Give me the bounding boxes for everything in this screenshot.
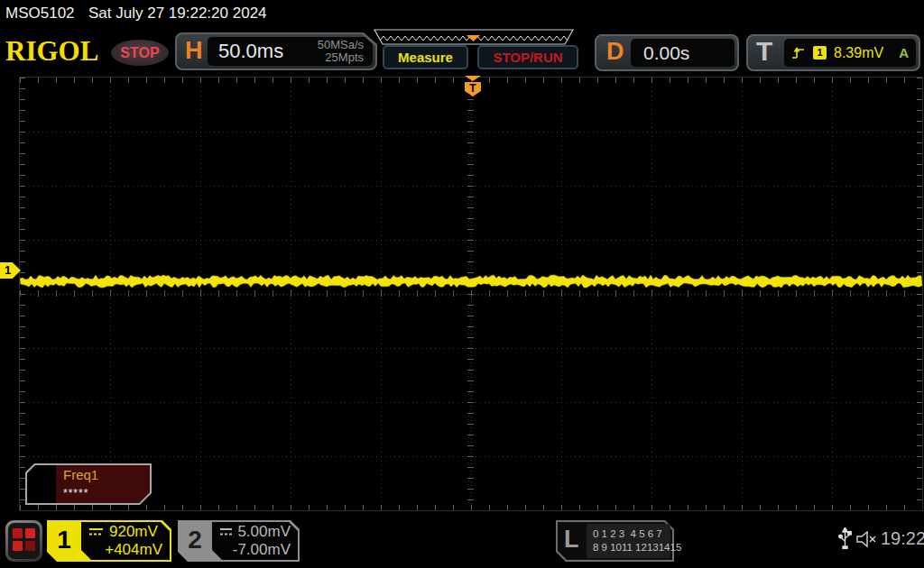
measure-button[interactable]: Measure — [383, 45, 468, 69]
graticule — [20, 78, 922, 510]
delay-pane[interactable]: D 0.00s — [595, 34, 739, 71]
horizontal-pane[interactable]: H 50.0ms 50MSa/s 25Mpts — [175, 32, 377, 70]
grid-menu-icon-inner — [8, 523, 40, 559]
channel2-number: 2 — [178, 520, 212, 562]
grid-and-waveform — [20, 78, 922, 510]
usb-icon — [838, 527, 852, 552]
top-status-bar: MSO5102 Sat July 27 19:22:20 2024 — [0, 0, 924, 27]
measurement-name: Freq1 — [63, 467, 98, 482]
memory-depth: 25Mpts — [318, 51, 364, 64]
logic-label: L — [564, 526, 579, 554]
model-name: MSO5102 — [5, 5, 75, 23]
trigger-source-badge: 1 — [813, 46, 827, 60]
trigger-values: 1 8.39mV A — [784, 39, 916, 67]
speaker-muted-icon — [855, 530, 879, 548]
logic-row-2: 8 9 1011 12131415 — [593, 541, 670, 554]
trigger-mode: A — [899, 45, 909, 60]
acquisition-rates: 50MSa/s 25Mpts — [318, 39, 364, 64]
clock-text: 19:22 — [881, 528, 924, 549]
waveform-preview-strip[interactable] — [373, 29, 575, 46]
channel1-waveform — [20, 275, 922, 288]
measurement-value: ***** — [63, 487, 88, 499]
stop-run-button[interactable]: STOP/RUN — [477, 45, 578, 69]
sample-rate: 50MSa/s — [318, 39, 364, 51]
channel1-offset: +404mV — [88, 541, 162, 559]
channel2-status-box[interactable]: 2 5.00mV -7.00mV — [178, 520, 300, 562]
dc-coupling-icon — [88, 527, 104, 537]
channel2-values: 5.00mV -7.00mV — [212, 522, 298, 560]
channel2-offset: -7.00mV — [219, 541, 291, 559]
trigger-pane[interactable]: T 1 8.39mV A — [746, 34, 920, 71]
run-state-badge[interactable]: STOP — [111, 40, 169, 66]
horizontal-values: 50.0ms 50MSa/s 25Mpts — [208, 37, 373, 66]
channel1-scale: 920mV — [109, 523, 158, 541]
dc-coupling-icon — [219, 527, 232, 537]
horizontal-label: H — [185, 37, 203, 65]
delay-label: D — [606, 38, 624, 66]
channel1-ground-marker[interactable]: 1 — [0, 262, 21, 279]
rigol-logo: RIGOL — [5, 35, 98, 68]
delay-values: 0.00s — [631, 39, 735, 67]
oscilloscope-screen: MSO5102 Sat July 27 19:22:20 2024 RIGOL … — [0, 0, 924, 568]
preview-zigzag-icon — [373, 29, 575, 46]
timebase-value: 50.0ms — [218, 40, 283, 63]
channel1-status-box[interactable]: 1 920mV +404mV — [47, 520, 171, 562]
datetime-text: Sat July 27 19:22:20 2024 — [88, 5, 267, 23]
channel1-values: 920mV +404mV — [81, 522, 170, 560]
channel2-scale: 5.00mV — [237, 523, 291, 541]
trigger-level-value: 8.39mV — [834, 45, 883, 61]
channel1-number: 1 — [47, 520, 81, 562]
delay-value: 0.00s — [643, 42, 689, 64]
trigger-label: T — [756, 36, 772, 67]
logic-row-1: 0 1 2 3 4 5 6 7 — [593, 527, 670, 541]
logic-channels-panel: 0 1 2 3 4 5 6 7 8 9 1011 12131415 — [587, 524, 670, 558]
rising-edge-trigger-icon — [791, 46, 806, 60]
